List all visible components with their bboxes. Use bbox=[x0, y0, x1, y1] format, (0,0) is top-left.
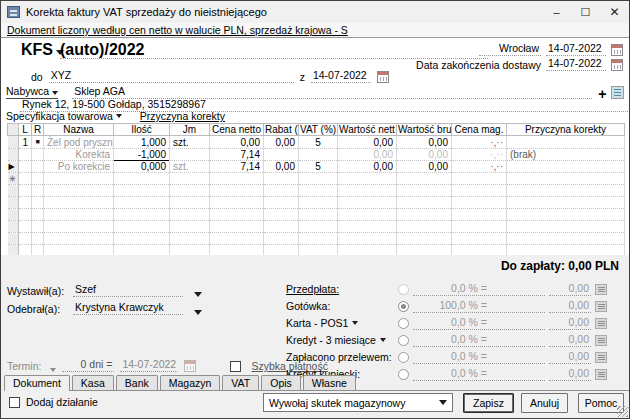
chevron-down-icon bbox=[52, 91, 58, 95]
credit-label: Kredyt - 3 miesiące bbox=[286, 334, 376, 346]
table-row-correction[interactable]: Korekta -1,000 7,14 0,00 0,00 ·,·· (brak… bbox=[8, 149, 625, 161]
calendar-icon[interactable] bbox=[377, 71, 389, 83]
calendar-icon[interactable] bbox=[184, 360, 196, 372]
transfer-radio[interactable] bbox=[398, 352, 409, 363]
prepayment-percent-field[interactable]: 0,0 % = bbox=[413, 282, 545, 296]
buyer-address-field[interactable]: Rynek 12, 19-500 Gołdap, 3515298967 bbox=[20, 98, 630, 112]
stock-effect-value: Wywołaj skutek magazynowy bbox=[269, 397, 405, 409]
document-mode-link[interactable]: Dokument liczony według cen netto w walu… bbox=[7, 24, 348, 36]
col-rabat[interactable]: Rabat ( bbox=[264, 124, 299, 136]
calculator-icon[interactable] bbox=[595, 318, 607, 329]
tab-bank[interactable]: Bank bbox=[116, 375, 158, 390]
credit-percent-field[interactable]: 0,0 % = bbox=[413, 333, 545, 347]
prepayment-amount-field[interactable]: 0,00 bbox=[549, 282, 591, 296]
prepayment-link[interactable]: Przedpłata: bbox=[286, 283, 339, 295]
buyer-name-field[interactable]: Sklep AGA bbox=[72, 85, 592, 99]
add-action-label: Dodaj działanie bbox=[26, 396, 98, 408]
cancel-button[interactable]: Anuluj bbox=[521, 393, 568, 413]
maximize-icon[interactable]: ☐ bbox=[571, 1, 600, 23]
calculator-icon[interactable] bbox=[595, 352, 607, 363]
chevron-down-icon[interactable] bbox=[50, 368, 56, 372]
cell-net: 0,00 bbox=[338, 136, 397, 149]
term-label[interactable]: Termin: bbox=[7, 360, 41, 372]
tab-vat[interactable]: VAT bbox=[222, 375, 259, 390]
cell-discount: 0,00 bbox=[264, 136, 299, 149]
col-ilosc[interactable]: Ilość bbox=[114, 124, 170, 136]
chevron-down-icon[interactable] bbox=[194, 292, 202, 297]
table-row-empty bbox=[8, 185, 625, 197]
col-vat[interactable]: VAT (%) bbox=[299, 124, 338, 136]
resize-grip[interactable] bbox=[617, 406, 628, 417]
bottom-panel: Do zapłaty: 0,00 PLN Wystawił(a): Szef O… bbox=[1, 255, 629, 418]
cash-percent-field[interactable]: 100,0 % = bbox=[413, 299, 545, 313]
cell-net: 0,00 bbox=[338, 149, 397, 161]
corrected-doc-field[interactable]: XYZ bbox=[49, 69, 294, 83]
term-days-field[interactable]: 0 dni = bbox=[62, 358, 114, 372]
buyer-dropdown[interactable]: Nabywca bbox=[6, 85, 58, 99]
table-row-after-correction[interactable]: ▶ Po korekcie 0,000 szt. 7,14 0,00 5 0,0… bbox=[8, 161, 625, 173]
cell-gross: 0,00 bbox=[397, 149, 452, 161]
calendar-icon[interactable] bbox=[611, 44, 623, 56]
col-przyczyna[interactable]: Przyczyna korekty bbox=[507, 124, 625, 136]
col-cena-mag[interactable]: Cena mag. bbox=[452, 124, 507, 136]
chevron-down-icon[interactable] bbox=[352, 321, 358, 325]
chevron-down-icon bbox=[116, 114, 122, 118]
issuer-select[interactable]: Szef bbox=[73, 283, 183, 297]
table-row-new[interactable]: ✳ bbox=[8, 173, 625, 185]
doc-symbol-dropdown[interactable]: KFS bbox=[21, 41, 64, 59]
chevron-down-icon[interactable] bbox=[380, 338, 386, 342]
corrected-doc-date-field[interactable]: 14-07-2022 bbox=[311, 69, 371, 83]
delivery-end-date-field[interactable]: 14-07-2022 bbox=[546, 57, 606, 71]
card-radio[interactable] bbox=[398, 318, 409, 329]
save-button[interactable]: Zapisz bbox=[463, 393, 514, 413]
col-wartosc-brutto[interactable]: Wartość brut bbox=[397, 124, 452, 136]
stock-effect-select[interactable]: Wywołaj skutek magazynowy bbox=[263, 393, 453, 412]
chevron-down-icon[interactable] bbox=[194, 310, 202, 315]
minimize-icon[interactable]: – bbox=[542, 1, 571, 23]
calculator-icon[interactable] bbox=[595, 284, 607, 295]
transfer-percent-field[interactable]: 0,0 % = bbox=[413, 350, 545, 364]
col-r[interactable]: R bbox=[32, 124, 44, 136]
table-row-original[interactable]: 1 ■ Żel pod prysznic 1,000 szt. 0,00 0,0… bbox=[8, 136, 625, 149]
cell-unit: szt. bbox=[170, 161, 210, 173]
col-nazwa[interactable]: Nazwa bbox=[44, 124, 114, 136]
city-field[interactable]: Wrocław bbox=[479, 42, 541, 56]
quick-payment-checkbox[interactable] bbox=[230, 361, 241, 372]
card-label: Karta - POS1 bbox=[286, 317, 348, 329]
transfer-amount-field[interactable]: 0,00 bbox=[549, 350, 591, 364]
table-header-row: L R Nazwa Ilość Jm Cena netto Rabat ( VA… bbox=[8, 124, 625, 136]
term-date-field[interactable]: 14-07-2022 bbox=[120, 358, 178, 372]
tab-dokument[interactable]: Dokument bbox=[4, 375, 70, 391]
col-l[interactable]: L bbox=[19, 124, 32, 136]
tab-kasa[interactable]: Kasa bbox=[72, 375, 114, 390]
col-cena-netto[interactable]: Cena netto bbox=[210, 124, 264, 136]
document-mode-bar: Dokument liczony według cen netto w walu… bbox=[1, 23, 629, 38]
add-action-checkbox[interactable] bbox=[9, 397, 20, 408]
tab-wlasne[interactable]: Własne bbox=[303, 375, 356, 390]
qty-edit-cell[interactable]: 0,000 bbox=[114, 161, 170, 173]
issue-date-field[interactable]: 14-07-2022 bbox=[546, 42, 606, 56]
close-icon[interactable]: ✕ bbox=[600, 1, 629, 23]
payment-row-kredyt: Kredyt - 3 miesiące 0,0 % = 0,00 bbox=[286, 333, 616, 347]
table-row-empty bbox=[8, 221, 625, 233]
calculator-icon[interactable] bbox=[595, 301, 607, 312]
prepayment-radio[interactable] bbox=[398, 284, 409, 295]
current-row-icon: ▶ bbox=[8, 161, 19, 173]
items-table: L R Nazwa Ilość Jm Cena netto Rabat ( VA… bbox=[7, 123, 625, 257]
cash-radio[interactable] bbox=[398, 301, 409, 312]
buyer-row: Nabywca Sklep AGA + bbox=[6, 85, 624, 99]
tab-opis[interactable]: Opis bbox=[261, 375, 301, 390]
cell-name: Żel pod prysznic bbox=[44, 136, 114, 149]
credit-amount-field[interactable]: 0,00 bbox=[549, 333, 591, 347]
calendar-icon[interactable] bbox=[611, 59, 623, 71]
col-jm[interactable]: Jm bbox=[170, 124, 210, 136]
tab-magazyn[interactable]: Magazyn bbox=[160, 375, 221, 390]
titlebar: Korekta faktury VAT sprzedaży do nieistn… bbox=[1, 1, 629, 23]
cash-amount-field[interactable]: 0,00 bbox=[549, 299, 591, 313]
receiver-select[interactable]: Krystyna Krawczyk bbox=[73, 301, 183, 315]
card-amount-field[interactable]: 0,00 bbox=[549, 316, 591, 330]
calculator-icon[interactable] bbox=[595, 335, 607, 346]
col-wartosc-netto[interactable]: Wartość nett bbox=[338, 124, 397, 136]
card-percent-field[interactable]: 0,0 % = bbox=[413, 316, 545, 330]
credit-radio[interactable] bbox=[398, 335, 409, 346]
